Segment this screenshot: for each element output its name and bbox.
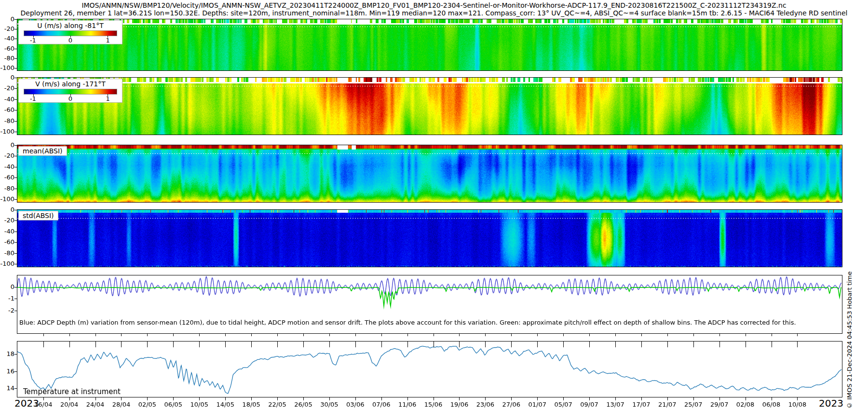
std-absi-heatmap [17,210,842,267]
x-date-tickmark-inner [459,342,460,347]
y-tickmark [14,58,17,59]
x-date-tickmark-mid [225,333,226,336]
y-tick-label: 14 [0,385,14,392]
y-tick-label: 0 [0,74,14,81]
x-date-tickmark-mid [563,333,564,336]
x-date-tickmark [746,397,746,400]
x-date-tickmark-inner [667,342,668,347]
panel-mean-absi [17,145,842,203]
y-tick-label: -60 [0,174,14,181]
x-date-tickmark-inner [589,342,590,347]
x-date-label: 01/07 [526,401,548,408]
x-date-tickmark-mid [95,333,96,336]
x-date-tickmark [121,397,122,400]
x-date-tickmark [589,397,590,400]
x-date-tickmark-mid [667,333,668,336]
panel-std-absi [17,209,842,267]
x-date-tickmark [173,397,174,400]
y-tickmark [14,132,17,132]
x-date-tickmark [434,397,434,400]
y-tickmark [14,78,17,78]
x-date-tickmark-mid [511,333,512,336]
x-date-tickmark-mid [434,333,434,336]
y-tickmark [14,264,17,264]
x-date-tickmark [719,397,720,400]
y-tickmark [14,189,17,189]
x-date-tickmark [537,397,538,400]
x-date-tickmark-inner [277,342,278,347]
y-tick-label: -20 [0,217,14,224]
x-date-tickmark [641,397,642,400]
y-tick-label: -100 [0,260,14,267]
x-date-tickmark-inner [251,342,252,347]
x-date-tickmark-inner [95,342,96,347]
figure-title-line2: Deployment 26, member 1 lat=36.21S lon=1… [0,9,868,17]
x-date-tickmark [355,397,356,400]
colorbar-tick-label: 0 [68,37,72,44]
x-date-tickmark [147,397,148,400]
x-date-tickmark-mid [329,333,330,336]
v-legend-title: V (m/s) along -171°T [24,80,117,88]
x-date-tickmark-inner [641,342,642,347]
temperature-label: Temperature at instrument [23,387,121,396]
y-tick-label: -100 [0,196,14,203]
x-date-tickmark-inner [719,342,720,347]
x-date-tickmark [251,397,252,400]
y-tickmark [14,145,17,146]
y-tickmark [14,311,17,311]
y-tickmark [14,299,17,299]
y-tick-label: 0 [0,142,14,149]
y-tickmark [14,220,17,221]
x-date-tickmark [485,397,486,400]
x-date-tickmark-inner [121,342,122,347]
y-tickmark [14,199,17,200]
x-date-tickmark-mid [485,333,486,336]
y-tick-label: 0 [0,284,14,290]
x-date-tickmark-inner [615,342,616,347]
u-colorbar-ticks: -1 0 1 [24,36,117,44]
x-date-tickmark-inner [693,342,694,347]
y-tickmark [14,178,17,178]
x-date-label: 05/07 [552,401,574,408]
x-date-tickmark-inner [147,342,148,347]
x-date-tickmark [69,397,70,400]
x-date-tickmark [277,397,278,400]
colorbar-tick-label: 0 [68,95,72,102]
x-date-tickmark-mid [69,333,70,336]
x-date-label: 19/06 [448,401,470,408]
mean-absi-label: mean(ABSI) [18,146,67,156]
x-date-label: 26/05 [292,401,314,408]
x-date-tickmark-mid [43,333,44,336]
x-date-tickmark-mid [459,333,460,336]
y-tick-label: -40 [0,228,14,235]
panel-v-velocity [17,77,842,135]
temperature-plot [17,342,842,397]
x-date-tickmark-inner [303,342,304,347]
x-date-tickmark-inner [797,342,798,347]
y-tick-label: -60 [0,239,14,246]
x-date-tickmark-mid [147,333,148,336]
y-tick-label: -100 [0,128,14,135]
y-tick-label: 18 [0,351,14,357]
x-date-label: 18/05 [240,401,262,408]
x-date-tickmark [225,397,226,400]
x-date-tickmark-mid [407,333,408,336]
x-date-tickmark [563,397,564,400]
y-tickmark [14,110,17,110]
y-tick-label: -20 [0,26,14,32]
x-date-label: 02/05 [136,401,158,408]
x-date-tickmark-inner [537,342,538,347]
y-tickmark [14,121,17,122]
x-date-tickmark-mid [719,333,720,336]
u-colorbar-legend: U (m/s) along -81°T -1 0 1 [18,20,122,44]
figure-title-line1: IMOS/ANMN/NSW/BMP120/Velocity/IMOS_ANMN-… [0,1,868,9]
y-tickmark [14,19,17,20]
x-date-label: 23/06 [474,401,496,408]
y-tickmark [14,388,17,389]
x-date-tickmark-inner [329,342,330,347]
y-tick-label: -80 [0,55,14,62]
x-date-tickmark-mid [173,333,174,336]
x-date-tickmark-inner [511,342,512,347]
x-date-label: 25/07 [682,401,705,408]
u-velocity-heatmap [17,19,842,70]
